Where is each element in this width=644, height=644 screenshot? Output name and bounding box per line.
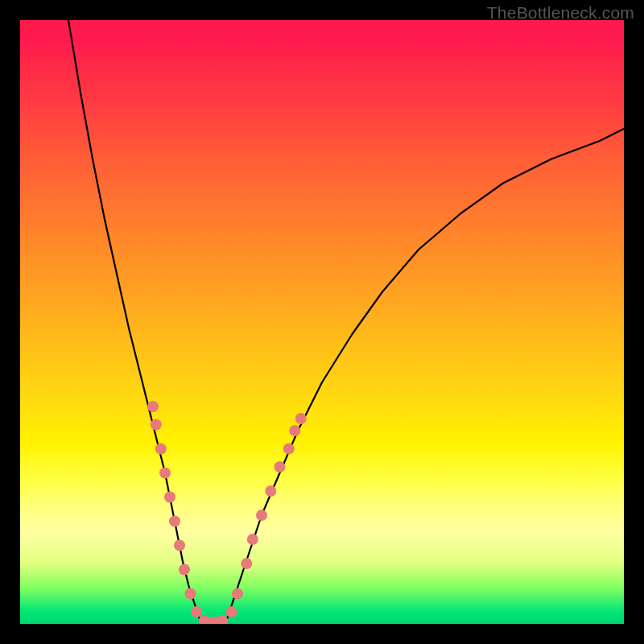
marker-dot xyxy=(275,461,286,473)
chart-svg xyxy=(20,20,624,624)
marker-dot xyxy=(185,588,196,600)
marker-dot xyxy=(147,401,159,412)
marker-dot xyxy=(217,615,228,624)
plot-area xyxy=(20,20,624,624)
marker-dot xyxy=(179,564,190,576)
outer-frame: TheBottleneck.com xyxy=(0,0,644,644)
marker-dots-group xyxy=(147,401,307,624)
bottleneck-curve xyxy=(68,20,624,624)
marker-dot xyxy=(169,516,180,527)
marker-dot xyxy=(155,444,167,455)
marker-dot xyxy=(265,485,276,497)
marker-dot xyxy=(256,510,267,521)
marker-dot xyxy=(226,606,237,617)
watermark-text: TheBottleneck.com xyxy=(487,3,634,23)
marker-dot xyxy=(241,558,252,569)
marker-dot xyxy=(232,588,243,600)
marker-dot xyxy=(289,425,300,436)
marker-dot xyxy=(174,540,185,551)
marker-dot xyxy=(283,444,295,455)
marker-dot xyxy=(159,468,171,479)
marker-dot xyxy=(247,534,258,545)
marker-dot xyxy=(191,606,202,617)
marker-dot xyxy=(164,492,175,503)
marker-dot xyxy=(151,419,162,431)
marker-dot xyxy=(295,413,307,424)
